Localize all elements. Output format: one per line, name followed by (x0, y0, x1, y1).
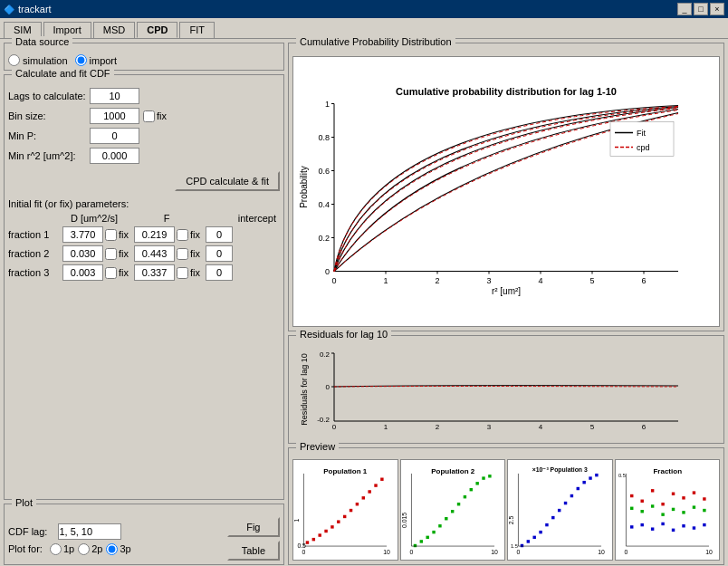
binsize-input[interactable] (90, 108, 139, 124)
svg-text:0.6: 0.6 (318, 167, 330, 176)
svg-rect-110 (640, 500, 643, 503)
svg-rect-128 (661, 523, 664, 525)
cpd-chart-svg: Cumulative probability distribution for … (293, 57, 719, 326)
svg-rect-122 (682, 511, 685, 513)
svg-text:4: 4 (539, 423, 543, 430)
svg-rect-57 (343, 515, 346, 518)
svg-rect-124 (703, 509, 705, 512)
fraction1-f-fix[interactable] (177, 229, 188, 241)
fraction1-d-input[interactable] (62, 226, 103, 243)
residuals-title: Residuals for lag 10 (296, 329, 391, 340)
tab-cpd[interactable]: CPD (137, 22, 177, 38)
minp-label: Min P: (8, 130, 90, 141)
import-label: import (90, 55, 118, 66)
svg-text:0: 0 (517, 549, 521, 555)
fraction3-d-fix[interactable] (105, 267, 117, 279)
svg-text:Fraction: Fraction (653, 467, 682, 475)
svg-rect-117 (630, 507, 633, 510)
cpd-calc-button[interactable]: CPD calculate & fit (175, 171, 280, 191)
svg-rect-63 (380, 478, 383, 481)
svg-text:0: 0 (624, 549, 627, 555)
tab-msd[interactable]: MSD (93, 22, 135, 38)
svg-rect-82 (482, 476, 484, 479)
svg-text:1: 1 (325, 100, 330, 109)
fraction2-label: fraction 2 (8, 248, 62, 259)
radio-2p[interactable] (78, 543, 90, 555)
svg-rect-54 (324, 530, 327, 532)
title-bar: 🔷 trackart _ □ × (0, 0, 728, 18)
fraction1-label: fraction 1 (8, 229, 62, 240)
close-button[interactable]: × (710, 3, 724, 15)
binsize-fix-checkbox[interactable] (143, 110, 155, 122)
fraction2-f-input[interactable] (134, 245, 175, 262)
svg-rect-81 (475, 482, 478, 484)
app-title: trackart (18, 4, 52, 14)
svg-text:0.015: 0.015 (401, 513, 407, 528)
svg-text:0.5: 0.5 (618, 474, 625, 479)
binsize-fix-label: fix (157, 110, 167, 121)
svg-text:0: 0 (332, 423, 337, 430)
fraction2-f-fix[interactable] (177, 248, 188, 260)
cdf-lag-input[interactable] (58, 523, 121, 540)
svg-text:1: 1 (293, 518, 300, 522)
minr2-input[interactable] (90, 148, 139, 164)
svg-rect-111 (650, 489, 653, 492)
table-button[interactable]: Table (227, 541, 280, 561)
fraction3-f-fix[interactable] (177, 267, 188, 279)
svg-rect-95 (551, 516, 554, 519)
window-controls[interactable]: _ □ × (677, 3, 724, 15)
svg-text:Population 2: Population 2 (431, 467, 475, 475)
svg-rect-102 (595, 474, 598, 476)
maximize-button[interactable]: □ (694, 3, 708, 15)
fraction2-d-fix[interactable] (105, 248, 117, 260)
fraction1-d-fix[interactable] (105, 229, 117, 241)
radio-1p[interactable] (50, 543, 62, 555)
simulation-label: simulation (23, 55, 68, 66)
radio-3p[interactable] (106, 543, 118, 555)
svg-text:10: 10 (491, 549, 498, 555)
minp-input[interactable] (90, 128, 139, 144)
svg-rect-90 (521, 544, 523, 547)
svg-rect-112 (661, 503, 664, 505)
svg-rect-59 (356, 503, 359, 505)
fraction3-intercept-input[interactable] (206, 264, 233, 281)
svg-text:0: 0 (409, 549, 413, 555)
fraction3-d-input[interactable] (62, 264, 103, 281)
fraction2-d-input[interactable] (62, 245, 103, 262)
fraction1-intercept-input[interactable] (206, 226, 233, 243)
data-source-group: Data source simulation import (4, 43, 284, 71)
binsize-label: Bin size: (8, 110, 90, 121)
svg-text:0: 0 (326, 383, 330, 391)
svg-text:×10⁻³ Population 3: ×10⁻³ Population 3 (532, 466, 588, 474)
svg-rect-75 (438, 524, 441, 527)
svg-text:0: 0 (302, 549, 306, 555)
fig-button[interactable]: Fig (227, 517, 280, 537)
svg-text:0.8: 0.8 (318, 133, 330, 142)
radio-simulation[interactable] (8, 54, 20, 66)
lags-input[interactable] (90, 88, 139, 104)
residuals-chart-svg: Residuals for lag 10 0.2 0 -0.2 0 1 2 3 … (292, 349, 720, 430)
preview-chart-pop1: Population 1 1 (292, 459, 398, 561)
radio-import[interactable] (75, 54, 87, 66)
fraction1-f-input[interactable] (134, 226, 175, 243)
fraction2-intercept-input[interactable] (206, 245, 233, 262)
svg-text:1.5: 1.5 (511, 543, 518, 549)
svg-text:Probability: Probability (299, 166, 309, 208)
svg-rect-92 (532, 536, 535, 539)
fraction3-f-input[interactable] (134, 264, 175, 281)
svg-text:0.5: 0.5 (297, 542, 306, 549)
svg-text:Residuals for lag 10: Residuals for lag 10 (300, 353, 309, 426)
svg-text:Cumulative probability distrib: Cumulative probability distribution for … (396, 86, 617, 97)
tab-fit[interactable]: FIT (179, 22, 215, 38)
initial-params-label: Initial fit (or fix) parameters: (8, 198, 280, 209)
svg-text:Population 1: Population 1 (323, 467, 368, 475)
svg-rect-55 (330, 525, 333, 528)
svg-text:10: 10 (598, 549, 605, 555)
fraction3-label: fraction 3 (8, 267, 62, 278)
svg-rect-79 (463, 495, 465, 498)
svg-text:3: 3 (487, 423, 492, 430)
svg-rect-130 (682, 524, 685, 527)
svg-rect-91 (527, 540, 530, 542)
minimize-button[interactable]: _ (677, 3, 692, 15)
svg-text:10: 10 (705, 549, 713, 555)
